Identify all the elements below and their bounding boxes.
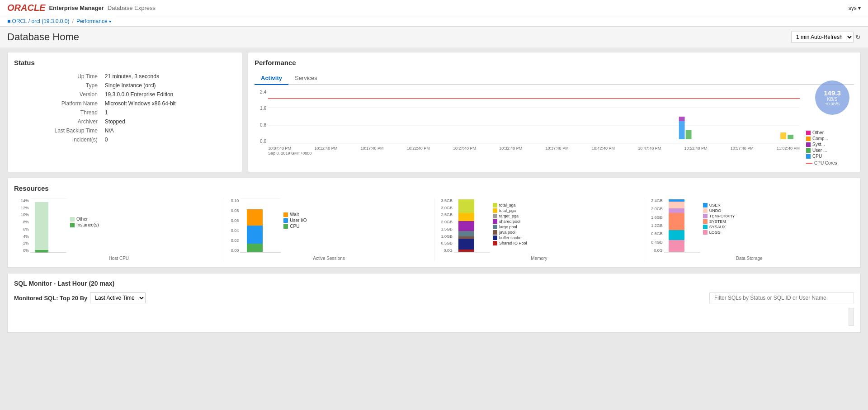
stor-color-user [703, 203, 708, 207]
performance-chart-area: 2.4 1.6 0.8 0.0 [255, 90, 854, 165]
cpu-y-10: 10% [21, 212, 29, 217]
username: sys [849, 5, 857, 11]
cpu-legend-color-other [70, 217, 75, 221]
status-table: Up Time 21 minutes, 3 seconds Type Singl… [14, 72, 236, 144]
breadcrumb-performance[interactable]: Performance ▾ [76, 18, 111, 24]
cpu-cores-label: CPU Cores [814, 160, 837, 165]
legend-instance: Instance(s) [70, 222, 99, 227]
x-label-1: 10:07:40 PM [268, 146, 291, 151]
memory-legend: total_sga total_pga target_pga shar [493, 203, 527, 246]
breadcrumb: ■ ORCL / orcl (19.3.0.0.0) / Performance… [0, 16, 868, 27]
storage-y-axis: 2.4GB 2.0GB 1.6GB 1.2GB 0.8GB 0.4GB 0.0G [651, 198, 664, 253]
svg-rect-7 [686, 130, 692, 139]
top-header: ORACLE Enterprise Manager Database Expre… [0, 0, 868, 16]
sql-monitor-bar: Monitored SQL: Top 20 By Last Active Tim… [14, 292, 854, 303]
sess-y-008: 0.08 [231, 208, 239, 213]
legend-label-cpu: CPU [812, 154, 822, 159]
legend-other: Other [70, 217, 99, 221]
x-label-11: 10:57:40 PM [731, 146, 754, 151]
cpu-legend: Other Instance(s) [70, 217, 99, 228]
status-value-incidents[interactable]: 0 [102, 135, 236, 144]
legend-label-other: Other [812, 130, 824, 135]
refresh-icon[interactable]: ↻ [855, 33, 861, 41]
sess-y-006: 0.06 [231, 218, 239, 223]
legend-shared-pool: shared pool [493, 219, 527, 224]
sess-legend-label-wait: Wait [290, 212, 299, 217]
vertical-scrollbar[interactable] [849, 308, 854, 326]
sess-legend-label-cpu: CPU [290, 224, 299, 229]
status-label-backup: Last Backup Time [14, 126, 102, 135]
stor-label-undo: UNDO [709, 208, 722, 213]
memory-chart-footer: Memory [441, 256, 637, 261]
em-label: Enterprise Manager [49, 5, 104, 11]
cpu-y-12: 12% [21, 206, 29, 210]
refresh-control: 1 min Auto-Refresh ↻ [791, 32, 861, 42]
mem-y-00: 0.0G [441, 248, 453, 253]
stor-color-sysaux [703, 225, 708, 229]
stor-y-20: 2.0GB [651, 207, 663, 211]
mem-label-targetpga: target_pga [499, 214, 519, 218]
table-row: Up Time 21 minutes, 3 seconds [14, 72, 236, 81]
cpu-bar-svg [30, 198, 66, 253]
table-row: Archiver Stopped [14, 117, 236, 126]
status-card-title: Status [14, 59, 236, 66]
network-speed: 149.3 [824, 89, 841, 97]
svg-rect-30 [669, 202, 684, 208]
storage-bars [664, 198, 700, 254]
memory-section: 3.5GB 3.0GB 2.5GB 2.0GB 1.5GB 1.0GB 0.5G… [434, 198, 645, 261]
auto-refresh-select[interactable]: 1 min Auto-Refresh [791, 32, 854, 42]
sess-legend-label-userio: User I/O [290, 218, 307, 223]
storage-bar-svg [664, 198, 700, 253]
mem-color-javapool [493, 230, 497, 235]
sessions-chart-footer: Active Sessions [231, 256, 427, 261]
svg-rect-17 [247, 209, 263, 226]
perf-x-sublabel: Sep 8, 2019 GMT+0800 [268, 151, 800, 156]
storage-chart-footer: Data Storage [651, 256, 847, 261]
cpu-legend-label-instance: Instance(s) [76, 222, 99, 227]
breadcrumb-db-link[interactable]: ■ ORCL / orcl (19.3.0.0.0) [7, 18, 70, 24]
resources-card: Resources 14% 12% 10% 8% 6% 4% 2% 0% [7, 178, 861, 268]
legend-item-syst: Syst... [806, 142, 854, 147]
sess-legend-color-wait [283, 212, 288, 217]
db-express-label: Database Express [108, 5, 156, 11]
cpu-legend-color-instance [70, 223, 75, 227]
stor-color-system [703, 219, 708, 224]
sql-filter-input[interactable] [709, 292, 854, 303]
perf-x-labels: 10:07:40 PM 10:12:40 PM 10:17:40 PM 10:2… [268, 146, 800, 151]
cpu-chart-footer: Host CPU [21, 256, 217, 261]
y-label-1_6: 1.6 [255, 106, 266, 111]
status-value-backup: N/A [102, 126, 236, 135]
user-menu[interactable]: sys ▾ [849, 5, 861, 11]
svg-rect-18 [247, 226, 263, 244]
svg-rect-9 [788, 135, 793, 139]
top20-area: Monitored SQL: Top 20 By Last Active Tim… [14, 292, 146, 303]
cpu-y-14: 14% [21, 198, 29, 203]
x-label-5: 10:27:40 PM [453, 146, 476, 151]
storage-chart-wrapper: 2.4GB 2.0GB 1.6GB 1.2GB 0.8GB 0.4GB 0.0G [651, 198, 847, 254]
mem-color-sharedpool [493, 219, 497, 224]
oracle-wordmark: ORACLE [7, 3, 45, 13]
mem-color-sharedio [493, 241, 497, 245]
y-label-2_4: 2.4 [255, 90, 266, 94]
y-label-0_0: 0.0 [255, 139, 266, 144]
status-value-uptime: 21 minutes, 3 seconds [102, 72, 236, 81]
x-label-9: 10:47:40 PM [638, 146, 661, 151]
stor-y-16: 1.6GB [651, 215, 663, 220]
status-label-archiver: Archiver [14, 117, 102, 126]
active-sessions-section: 0.10 0.08 0.06 0.04 0.02 0.00 [224, 198, 434, 261]
tab-activity[interactable]: Activity [255, 72, 288, 85]
top20-sort-select[interactable]: Last Active Time [90, 292, 146, 303]
tab-services[interactable]: Services [288, 72, 324, 85]
legend-wait: Wait [283, 212, 307, 217]
x-label-6: 10:32:40 PM [499, 146, 522, 151]
mem-label-sharedpool: shared pool [499, 219, 520, 224]
memory-chart-wrapper: 3.5GB 3.0GB 2.5GB 2.0GB 1.5GB 1.0GB 0.5G… [441, 198, 637, 254]
mem-y-10: 1.0GB [441, 234, 453, 239]
page-title: Database Home [7, 31, 79, 43]
svg-rect-12 [35, 202, 48, 252]
status-label-uptime: Up Time [14, 72, 102, 81]
mem-color-tpga [493, 208, 497, 213]
perf-chart-main: 10:07:40 PM 10:12:40 PM 10:17:40 PM 10:2… [268, 90, 800, 165]
legend-undo: UNDO [703, 208, 735, 213]
perf-legend-items: Other Comp... Syst... User ... [806, 130, 854, 165]
